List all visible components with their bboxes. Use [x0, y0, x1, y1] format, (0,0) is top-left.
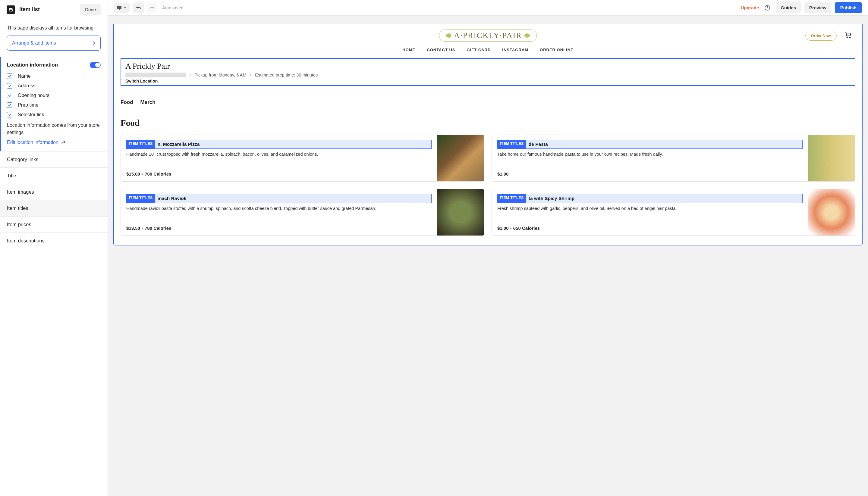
arrange-add-items-button[interactable]: Arrange & add items: [7, 35, 101, 51]
undo-button[interactable]: [133, 2, 144, 13]
accordion-item-titles[interactable]: Item titles: [0, 200, 108, 216]
preview-button[interactable]: Preview: [804, 2, 831, 13]
item-description: Fresh shrimp sauteed with garlic, pepper…: [497, 205, 803, 222]
external-link-icon: [61, 140, 65, 144]
upgrade-link[interactable]: Upgrade: [740, 5, 759, 10]
accordion-item-prices[interactable]: Item prices: [0, 216, 108, 232]
switch-location-link[interactable]: Switch Location: [125, 79, 851, 83]
item-description: Handmade ravioli pasta stuffed with a sh…: [126, 205, 432, 222]
sidebar-header: Item list Done: [0, 0, 108, 19]
nav-gift[interactable]: GIFT CARD: [467, 48, 491, 52]
prep-time-info: Estimated prep time: 30 minutes: [255, 73, 318, 77]
svg-rect-1: [9, 9, 13, 11]
tab-merch[interactable]: Merch: [140, 99, 155, 105]
help-button[interactable]: [764, 5, 770, 11]
chevron-down-icon: [123, 6, 126, 9]
item-titles-tag: ITEM TITLES: [498, 140, 526, 149]
autosave-status: Autosaved: [162, 5, 183, 10]
site-logo[interactable]: A·PRICKLY·PAIR: [439, 30, 537, 42]
editor-sidebar: Item list Done This page displays all it…: [0, 0, 108, 496]
svg-rect-2: [117, 6, 121, 9]
label-prep: Prep time: [18, 103, 38, 108]
help-icon: [764, 5, 770, 11]
item-title: de Pasta: [526, 140, 550, 149]
svg-rect-3: [119, 9, 120, 10]
accordion-title[interactable]: Title: [0, 168, 108, 184]
item-card[interactable]: ITEM TITLES de Pasta Take home our famou…: [492, 135, 855, 182]
accordion-category-links[interactable]: Category links: [0, 151, 108, 168]
section-description: This page displays all items for browsin…: [7, 25, 101, 31]
item-meta: $15.00•700 Calories: [126, 171, 432, 176]
redo-icon: [149, 6, 155, 10]
item-description: Handmade 10" crust topped with fresh moz…: [126, 151, 432, 168]
logo-text: A·PRICKLY·PAIR: [454, 31, 522, 40]
checkbox-hours[interactable]: [7, 93, 12, 98]
item-calories: 650 Calories: [513, 226, 540, 231]
item-image: [437, 135, 484, 181]
food-section-title: Food: [121, 118, 855, 128]
chevron-right-icon: [92, 41, 95, 45]
publish-button[interactable]: Publish: [835, 2, 862, 13]
location-title: A Prickly Pair: [125, 62, 851, 71]
location-block[interactable]: A Prickly Pair • Pickup from Monday, 6 A…: [121, 58, 855, 86]
item-price: $15.00: [126, 171, 140, 176]
checkbox-selector[interactable]: [7, 112, 12, 118]
site-nav: HOME CONTACT US GIFT CARD INSTAGRAM ORDE…: [121, 42, 855, 58]
item-image: [437, 189, 484, 235]
item-meta: $1.00•650 Calories: [497, 226, 803, 231]
item-image: [808, 135, 855, 181]
item-title-highlight[interactable]: ITEM TITLES n, Mozzarella Pizza: [126, 140, 432, 149]
item-titles-tag: ITEM TITLES: [498, 194, 526, 203]
tab-food[interactable]: Food: [121, 99, 133, 105]
pickup-info: Pickup from Monday, 6 AM: [194, 73, 246, 77]
item-title-highlight[interactable]: ITEM TITLES de Pasta: [497, 140, 803, 149]
nav-instagram[interactable]: INSTAGRAM: [502, 48, 528, 52]
nav-contact[interactable]: CONTACT US: [427, 48, 455, 52]
nav-order[interactable]: ORDER ONLINE: [540, 48, 573, 52]
item-title: ta with Spicy Shrimp: [526, 194, 577, 203]
item-title-highlight[interactable]: ITEM TITLES ta with Spicy Shrimp: [497, 194, 803, 203]
monitor-icon: [117, 6, 122, 10]
address-redacted: [125, 73, 186, 77]
item-calories: 780 Calories: [145, 226, 171, 231]
checkbox-prep[interactable]: [7, 103, 12, 108]
logo-deco-right: [524, 33, 530, 38]
guides-button[interactable]: Guides: [776, 2, 801, 13]
sidebar-title: Item list: [19, 6, 40, 13]
location-helper-text: Location information comes from your sto…: [7, 122, 101, 136]
svg-point-5: [847, 37, 848, 38]
item-meta: $1.00: [497, 171, 803, 176]
nav-home[interactable]: HOME: [402, 48, 415, 52]
logo-deco-left: [446, 33, 451, 38]
website-canvas: A·PRICKLY·PAIR Order Now HOME CONTACT US…: [113, 24, 863, 245]
location-info-heading: Location information: [7, 62, 58, 68]
item-price: $1.00: [497, 171, 509, 176]
edit-location-link[interactable]: Edit location information: [7, 140, 101, 145]
item-card[interactable]: ITEM TITLES ta with Spicy Shrimp Fresh s…: [492, 189, 855, 236]
item-card[interactable]: ITEM TITLES n, Mozzarella Pizza Handmade…: [121, 135, 484, 182]
item-card[interactable]: ITEM TITLES inach Ravioli Handmade ravio…: [121, 189, 484, 236]
order-now-button[interactable]: Order Now: [805, 31, 837, 41]
item-titles-tag: ITEM TITLES: [126, 194, 155, 203]
item-title: n, Mozzarella Pizza: [155, 140, 202, 149]
accordion-item-images[interactable]: Item images: [0, 184, 108, 200]
item-title: inach Ravioli: [155, 194, 189, 203]
item-description: Take home our famous handmade pasta to u…: [497, 151, 803, 168]
cart-button[interactable]: [844, 32, 852, 40]
accordion-item-descriptions[interactable]: Item descriptions: [0, 232, 108, 249]
label-selector: Selector link: [18, 112, 44, 118]
device-preview-button[interactable]: [114, 3, 130, 13]
svg-rect-0: [9, 8, 13, 9]
checkbox-name[interactable]: [7, 74, 12, 79]
checkbox-address[interactable]: [7, 83, 12, 89]
label-hours: Opening hours: [18, 93, 49, 98]
svg-point-6: [850, 37, 851, 38]
label-name: Name: [18, 74, 31, 79]
undo-icon: [136, 6, 141, 10]
item-title-highlight[interactable]: ITEM TITLES inach Ravioli: [126, 194, 432, 203]
item-list-icon: [6, 5, 15, 14]
item-calories: 700 Calories: [145, 171, 171, 176]
done-button[interactable]: Done: [80, 4, 101, 15]
location-info-toggle[interactable]: [90, 62, 101, 68]
redo-button[interactable]: [147, 2, 157, 13]
